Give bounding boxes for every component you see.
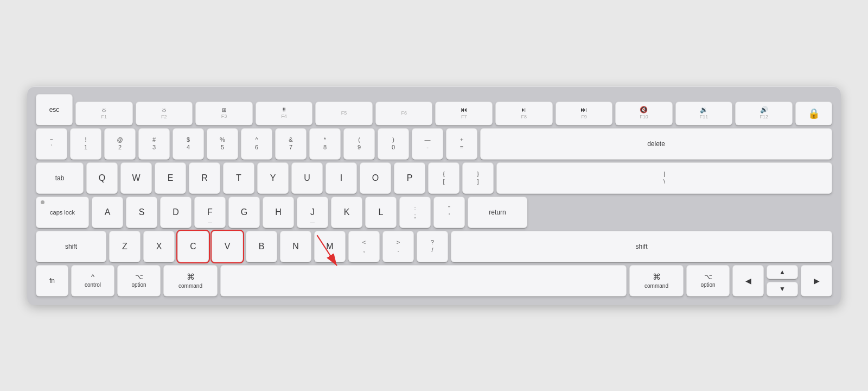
key-comma[interactable]: <, — [348, 231, 380, 262]
key-space[interactable] — [220, 265, 627, 297]
key-y[interactable]: Y — [257, 162, 289, 194]
key-arrow-right[interactable]: ▶ — [801, 265, 832, 297]
key-j[interactable]: J — — [297, 197, 328, 228]
key-a[interactable]: A — [92, 197, 123, 228]
key-arrow-up[interactable]: ▲ — [767, 265, 798, 280]
row-bottom: fn ^ control ⌥ option ⌘ command — [36, 265, 832, 297]
key-c[interactable]: C — [177, 231, 209, 262]
key-2[interactable]: @2 — [104, 128, 136, 160]
key-f5[interactable]: F5 — [315, 102, 373, 125]
key-f3[interactable]: ⊞ F3 — [195, 102, 253, 125]
key-8[interactable]: *8 — [309, 128, 341, 160]
keyboard: esc ☼ F1 ☼ F2 ⊞ F3 — [27, 86, 841, 305]
key-backslash[interactable]: |\ — [496, 162, 832, 194]
key-t[interactable]: T — [223, 162, 254, 194]
key-arrow-down[interactable]: ▼ — [767, 282, 798, 297]
key-command-left[interactable]: ⌘ command — [163, 265, 218, 297]
key-f12[interactable]: 🔊 F12 — [735, 102, 793, 125]
key-6[interactable]: ^6 — [241, 128, 272, 160]
key-fn[interactable]: fn — [36, 265, 68, 297]
key-l[interactable]: L — [365, 197, 397, 228]
key-1[interactable]: !1 — [70, 128, 101, 160]
key-arrow-left[interactable]: ◀ — [732, 265, 764, 297]
key-5[interactable]: %5 — [207, 128, 238, 160]
row-qwerty: tab Q W E R T Y U I O P {[ }] |\ — [36, 162, 832, 194]
key-x[interactable]: X — [143, 231, 175, 262]
key-f[interactable]: F — — [194, 197, 226, 228]
key-p[interactable]: P — [394, 162, 425, 194]
key-option-left[interactable]: ⌥ option — [117, 265, 161, 297]
key-f4[interactable]: ⠿ F4 — [256, 102, 313, 125]
key-command-right[interactable]: ⌘ command — [629, 265, 684, 297]
key-control[interactable]: ^ control — [71, 265, 114, 297]
key-rbracket[interactable]: }] — [462, 162, 494, 194]
key-k[interactable]: K — [331, 197, 362, 228]
key-f9[interactable]: ⏭ F9 — [556, 102, 613, 125]
row-asdf: caps lock A S D F — G H J — K L :; "' re… — [36, 197, 832, 228]
key-tab[interactable]: tab — [36, 162, 84, 194]
key-9[interactable]: (9 — [343, 128, 375, 160]
row-zxcv: shift Z X C V B N M <, >. ?/ shift — [36, 231, 832, 262]
key-esc[interactable]: esc — [36, 94, 73, 125]
key-d[interactable]: D — [160, 197, 192, 228]
key-b[interactable]: B — [246, 231, 277, 262]
key-0[interactable]: )0 — [378, 128, 409, 160]
key-minus[interactable]: —- — [412, 128, 443, 160]
key-backtick[interactable]: ~` — [36, 128, 67, 160]
key-w[interactable]: W — [120, 162, 152, 194]
key-shift-right[interactable]: shift — [451, 231, 832, 262]
key-return[interactable]: return — [468, 197, 527, 228]
key-o[interactable]: O — [360, 162, 391, 194]
key-e[interactable]: E — [155, 162, 186, 194]
key-capslock[interactable]: caps lock — [36, 197, 89, 228]
key-7[interactable]: &7 — [275, 128, 307, 160]
key-z[interactable]: Z — [109, 231, 141, 262]
key-3[interactable]: #3 — [138, 128, 170, 160]
key-n[interactable]: N — [280, 231, 311, 262]
key-lbracket[interactable]: {[ — [428, 162, 459, 194]
key-h[interactable]: H — [263, 197, 294, 228]
key-s[interactable]: S — [126, 197, 157, 228]
key-g[interactable]: G — [228, 197, 260, 228]
key-delete[interactable]: delete — [480, 128, 832, 160]
key-f6[interactable]: F6 — [375, 102, 433, 125]
key-equals[interactable]: += — [446, 128, 477, 160]
key-period[interactable]: >. — [382, 231, 414, 262]
key-slash[interactable]: ?/ — [417, 231, 448, 262]
key-u[interactable]: U — [291, 162, 323, 194]
key-r[interactable]: R — [189, 162, 220, 194]
keyboard-wrapper: esc ☼ F1 ☼ F2 ⊞ F3 — [27, 86, 841, 305]
row-numbers: ~` !1 @2 #3 $4 %5 ^6 &7 — [36, 128, 832, 160]
key-f8[interactable]: ⏯ F8 — [495, 102, 553, 125]
row-function: esc ☼ F1 ☼ F2 ⊞ F3 — [36, 94, 832, 125]
key-shift-left[interactable]: shift — [36, 231, 106, 262]
key-f1[interactable]: ☼ F1 — [75, 102, 133, 125]
key-i[interactable]: I — [326, 162, 357, 194]
key-q[interactable]: Q — [86, 162, 118, 194]
key-semicolon[interactable]: :; — [399, 197, 431, 228]
key-quote[interactable]: "' — [433, 197, 465, 228]
key-f2[interactable]: ☼ F2 — [136, 102, 193, 125]
arrow-up-down-group: ▲ ▼ — [767, 265, 798, 297]
key-touchid[interactable]: 🔒 — [795, 102, 832, 125]
key-f11[interactable]: 🔉 F11 — [675, 102, 733, 125]
key-option-right[interactable]: ⌥ option — [686, 265, 730, 297]
key-f7[interactable]: ⏮ F7 — [435, 102, 493, 125]
key-v[interactable]: V — [212, 231, 243, 262]
key-4[interactable]: $4 — [173, 128, 204, 160]
key-f10[interactable]: 🔇 F10 — [615, 102, 673, 125]
key-m[interactable]: M — [314, 231, 346, 262]
